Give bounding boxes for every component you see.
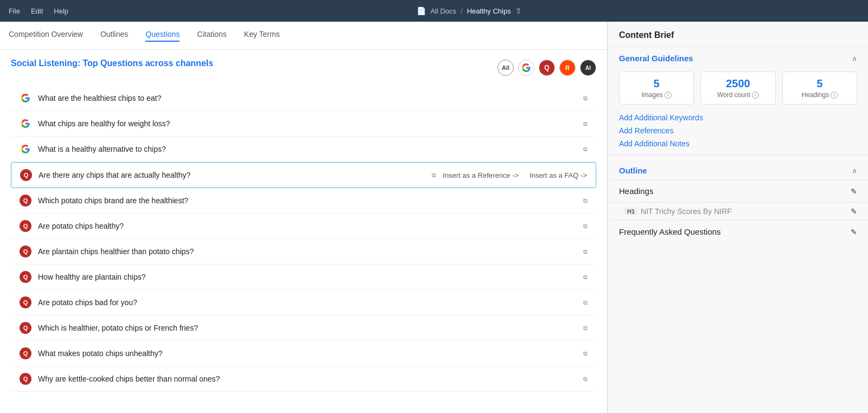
external-link-icon[interactable]: ⧉ xyxy=(583,95,588,102)
section-divider xyxy=(608,154,868,155)
external-link-icon[interactable]: ⧉ xyxy=(583,223,588,230)
outline-faq-item: Frequently Asked Questions ✎ xyxy=(608,220,868,243)
question-actions: Insert as a Reference -> Insert as a FAQ… xyxy=(443,171,587,179)
outline-h1-item: H1 NIT Trichy Scores By NIRF ✎ xyxy=(608,202,868,220)
external-link-icon[interactable]: ⧉ xyxy=(583,197,588,204)
add-keywords-link[interactable]: Add Additional Keywords xyxy=(619,113,703,122)
right-panel: Content Brief General Guidelines ∧ 5 Ima… xyxy=(608,22,868,413)
add-notes-link[interactable]: Add Additional Notes xyxy=(619,139,690,148)
content-brief-title: Content Brief xyxy=(608,22,868,47)
section-header: Social Listening: Top Questions across c… xyxy=(11,59,596,77)
external-link-icon[interactable]: ⧉ xyxy=(583,274,588,281)
question-text: How healthy are plantain chips? xyxy=(38,273,577,281)
question-row[interactable]: Q Which potato chips brand are the healt… xyxy=(11,188,596,214)
add-references-link[interactable]: Add References xyxy=(619,126,673,135)
source-icon-quora: Q xyxy=(20,271,31,283)
question-row[interactable]: What chips are healthy for weight loss? … xyxy=(11,111,596,137)
question-text: Are there any chips that are actually he… xyxy=(39,171,425,179)
external-link-icon[interactable]: ⧉ xyxy=(583,325,588,332)
outline-label: Outline xyxy=(619,166,647,175)
tab-questions[interactable]: Questions xyxy=(145,30,180,42)
headings-value: 5 xyxy=(789,78,850,90)
doc-icon: 📄 xyxy=(417,7,426,15)
filter-quora[interactable]: Q xyxy=(539,60,555,76)
file-menu[interactable]: File xyxy=(9,7,20,15)
external-link-icon[interactable]: ⧉ xyxy=(583,350,588,357)
share-icon[interactable]: ⇧ xyxy=(515,7,522,15)
filter-pills: All Q R AI xyxy=(497,60,596,76)
source-icon-quora: Q xyxy=(20,195,31,206)
external-link-icon[interactable]: ⧉ xyxy=(583,376,588,383)
question-text: What chips are healthy for weight loss? xyxy=(38,119,577,128)
source-icon-quora: Q xyxy=(20,246,31,257)
images-label: Images i xyxy=(626,91,687,99)
question-row[interactable]: What are the healthiest chips to eat? ⧉ xyxy=(11,86,596,111)
question-row[interactable]: Q What makes potato chips unhealthy? ⧉ xyxy=(11,341,596,366)
source-icon-quora: Q xyxy=(20,220,31,232)
source-icon-google xyxy=(20,143,31,155)
tab-outlines[interactable]: Outlines xyxy=(100,30,128,42)
question-row[interactable]: Q Are potato chips bad for you? ⧉ xyxy=(11,290,596,315)
question-row-selected[interactable]: Q Are there any chips that are actually … xyxy=(11,162,596,188)
breadcrumb-prefix[interactable]: All Docs xyxy=(430,7,456,15)
doc-name: Healthy Chips xyxy=(467,7,511,15)
source-icon-quora: Q xyxy=(20,296,31,308)
chevron-up-icon[interactable]: ∧ xyxy=(852,54,857,63)
filter-all[interactable]: All xyxy=(497,60,514,76)
wordcount-value: 2500 xyxy=(707,78,768,90)
stat-card-wordcount: 2500 Word count i xyxy=(700,72,775,105)
tab-citations[interactable]: Citations xyxy=(197,30,226,42)
source-icon-google xyxy=(20,118,31,130)
insert-as-reference-button[interactable]: Insert as a Reference -> xyxy=(443,171,519,179)
filter-ai[interactable]: AI xyxy=(580,60,596,76)
outline-headings-label: Headings xyxy=(619,186,653,196)
external-link-icon[interactable]: ⧉ xyxy=(583,248,588,255)
h1-badge: H1 xyxy=(624,208,637,215)
external-link-icon[interactable]: ⧉ xyxy=(583,299,588,306)
help-menu[interactable]: Help xyxy=(54,7,68,15)
insert-as-faq-button[interactable]: Insert as a FAQ -> xyxy=(529,171,587,179)
headings-info-icon[interactable]: i xyxy=(831,92,838,99)
source-icon-quora: Q xyxy=(20,347,31,359)
question-row[interactable]: What is a healthy alternative to chips? … xyxy=(11,137,596,162)
outline-header: Outline ∧ xyxy=(608,159,868,179)
external-link-icon[interactable]: ⧉ xyxy=(432,172,436,179)
outline-chevron-up-icon[interactable]: ∧ xyxy=(852,166,857,175)
source-icon-quora: Q xyxy=(20,169,32,181)
question-text: Which potato chips brand are the healthi… xyxy=(38,196,577,205)
images-info-icon[interactable]: i xyxy=(665,92,672,99)
left-panel: Competition Overview Outlines Questions … xyxy=(0,22,608,413)
tab-competition-overview[interactable]: Competition Overview xyxy=(9,30,83,42)
question-row[interactable]: Q Are plantain chips healthier than pota… xyxy=(11,239,596,264)
breadcrumb: 📄 All Docs / Healthy Chips ⇧ xyxy=(79,7,859,15)
outline-faq-label: Frequently Asked Questions xyxy=(619,227,721,236)
edit-menu[interactable]: Edit xyxy=(31,7,43,15)
general-guidelines-header: General Guidelines ∧ xyxy=(608,47,868,67)
question-text: Are potato chips bad for you? xyxy=(38,298,577,307)
external-link-icon[interactable]: ⧉ xyxy=(583,146,588,153)
question-text: What are the healthiest chips to eat? xyxy=(38,94,577,102)
filter-google[interactable] xyxy=(518,60,534,76)
stat-card-images: 5 Images i xyxy=(619,72,694,105)
tab-key-terms[interactable]: Key Terms xyxy=(244,30,280,42)
edit-faq-icon[interactable]: ✎ xyxy=(851,228,857,236)
question-row[interactable]: Q Which is healthier, potato chips or Fr… xyxy=(11,315,596,341)
question-row[interactable]: Q How healthy are plantain chips? ⧉ xyxy=(11,264,596,290)
add-notes-row: Add Additional Notes xyxy=(608,137,868,150)
wordcount-info-icon[interactable]: i xyxy=(752,92,759,99)
question-text: Why are kettle-cooked chips better than … xyxy=(38,375,577,383)
external-link-icon[interactable]: ⧉ xyxy=(583,120,588,127)
source-icon-quora: Q xyxy=(20,322,31,334)
question-row[interactable]: Q Are potato chips healthy? ⧉ xyxy=(11,214,596,239)
edit-h1-icon[interactable]: ✎ xyxy=(851,207,857,216)
filter-reddit[interactable]: R xyxy=(559,60,576,76)
question-text: What is a healthy alternative to chips? xyxy=(38,145,577,153)
question-text: What makes potato chips unhealthy? xyxy=(38,349,577,358)
edit-headings-icon[interactable]: ✎ xyxy=(851,187,857,196)
stat-card-headings: 5 Headings i xyxy=(782,72,857,105)
source-icon-quora: Q xyxy=(20,373,31,385)
breadcrumb-separator: / xyxy=(461,7,463,15)
content-area: Social Listening: Top Questions across c… xyxy=(0,50,607,413)
section-title: Social Listening: Top Questions across c… xyxy=(11,59,213,68)
question-row[interactable]: Q Why are kettle-cooked chips better tha… xyxy=(11,366,596,392)
